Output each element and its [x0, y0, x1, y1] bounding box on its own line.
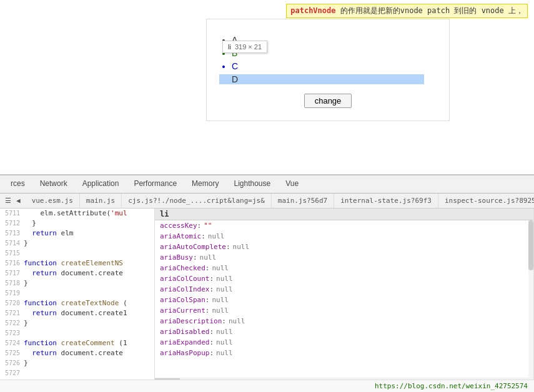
file-tab-internal-state[interactable]: internal-state.js?69f3 — [334, 194, 438, 208]
file-tab-inspect-source[interactable]: inspect-source.js?8925 — [438, 194, 534, 208]
tooltip-keyword: patchVnode — [290, 6, 335, 15]
prop-ariaCurrent: ariaCurrent : null — [155, 305, 533, 316]
code-line-5727: 5727 — [0, 368, 154, 378]
devtools-tab-bar: rces Network Application Performance Mem… — [0, 175, 534, 194]
props-header: li — [155, 208, 533, 220]
prop-ariaExpanded: ariaExpanded : null — [155, 337, 533, 348]
code-line-5725: 5725 return document.create — [0, 348, 154, 358]
tab-rces[interactable]: rces — [3, 175, 32, 193]
file-tab-cjs[interactable]: cjs.js?!./node_....cript&lang=js& — [122, 194, 272, 208]
file-tab-main[interactable]: main.js — [80, 194, 122, 208]
tab-application[interactable]: Application — [75, 175, 127, 193]
tab-performance[interactable]: Performance — [126, 175, 184, 193]
prop-ariaColIndex: ariaColIndex : null — [155, 284, 533, 295]
code-line-5717: 5717 return document.create — [0, 268, 154, 278]
code-line-5719: 5719 — [0, 288, 154, 298]
code-line-5720: 5720 function createTextNode ( — [0, 298, 154, 308]
prop-ariaHasPopup: ariaHasPopup : null — [155, 348, 533, 358]
li-element-tooltip: li 319 × 21 — [222, 41, 267, 53]
devtools-main: 5711 elm.setAttribute('mul 5712 } 5713 r… — [0, 208, 534, 380]
code-line-5721: 5721 return document.create1 — [0, 308, 154, 318]
file-tab-main2[interactable]: main.js?56d7 — [272, 194, 334, 208]
preview-area: patchVnode 的作用就是把新的vnode patch 到旧的 vnode… — [0, 0, 534, 175]
change-button[interactable]: change — [304, 94, 352, 108]
prop-ariaDisabled: ariaDisabled : null — [155, 326, 533, 337]
code-line-5712: 5712 } — [0, 218, 154, 228]
code-line-5713: 5713 return elm — [0, 228, 154, 238]
list-item-c: C — [232, 61, 437, 71]
code-line-5718: 5718 } — [0, 278, 154, 288]
prop-ariaColSpan: ariaColSpan : null — [155, 295, 533, 305]
status-bar: https://blog.csdn.net/weixin_42752574 — [0, 380, 534, 392]
file-tab-vue-esm[interactable]: vue.esm.js — [26, 194, 80, 208]
prop-ariaColCount: ariaColCount : null — [155, 273, 533, 284]
tab-vue[interactable]: Vue — [278, 175, 306, 193]
file-tab-bar: ☰ ◀ vue.esm.js main.js cjs.js?!./node_..… — [0, 194, 534, 208]
tab-memory[interactable]: Memory — [184, 175, 226, 193]
status-url: https://blog.csdn.net/weixin_42752574 — [375, 382, 528, 390]
prop-ariaAtomic: ariaAtomic : null — [155, 231, 533, 242]
tooltip-bar: patchVnode 的作用就是把新的vnode patch 到旧的 vnode… — [286, 4, 528, 18]
navigate-back-icon[interactable]: ◀ — [14, 195, 23, 206]
li-dimensions: 319 × 21 — [235, 43, 262, 51]
li-tag-label: li — [228, 43, 231, 51]
sidebar-toggle-icon[interactable]: ☰ — [2, 195, 14, 206]
code-line-5724: 5724 function createComment (1 — [0, 338, 154, 348]
list-item-d: D — [219, 74, 424, 84]
props-scrollbar[interactable] — [528, 220, 533, 378]
props-scroll-thumb[interactable] — [528, 220, 533, 270]
code-line-5716: 5716 function createElementNS — [0, 258, 154, 268]
props-panel: li accessKey : "" ariaAtomic : null aria… — [155, 208, 534, 380]
demo-content: A B C D change — [206, 19, 450, 121]
tooltip-text: 的作用就是把新的vnode patch 到旧的 vnode 上， — [340, 6, 523, 15]
prop-ariaBusy: ariaBusy : null — [155, 252, 533, 263]
prop-ariaAutoComplete: ariaAutoComplete : null — [155, 242, 533, 252]
file-tabs-left: ☰ ◀ — [0, 195, 26, 206]
code-line-5714: 5714 } — [0, 238, 154, 248]
code-line-5723: 5723 — [0, 328, 154, 338]
props-scroll[interactable]: accessKey : "" ariaAtomic : null ariaAut… — [155, 220, 533, 378]
prop-accessKey: accessKey : "" — [155, 220, 533, 231]
prop-ariaDescription: ariaDescription : null — [155, 316, 533, 326]
tab-network[interactable]: Network — [32, 175, 75, 193]
prop-ariaChecked: ariaChecked : null — [155, 263, 533, 273]
code-line-5726: 5726 } — [0, 358, 154, 368]
code-line-5715: 5715 — [0, 248, 154, 258]
code-panel: 5711 elm.setAttribute('mul 5712 } 5713 r… — [0, 208, 155, 380]
code-line-5722: 5722 } — [0, 318, 154, 328]
tab-lighthouse[interactable]: Lighthouse — [226, 175, 278, 193]
code-line-5711: 5711 elm.setAttribute('mul — [0, 208, 154, 218]
